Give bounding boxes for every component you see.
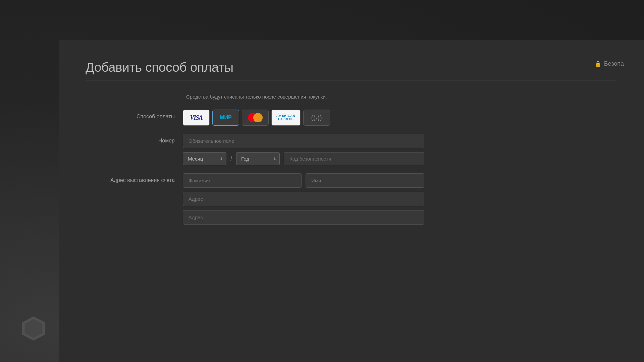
mir-logo: МИР: [220, 115, 232, 121]
billing-label: Адрес выставления счета: [86, 173, 183, 183]
expiry-separator: /: [230, 155, 232, 162]
mir-payment-card[interactable]: МИР: [212, 110, 239, 126]
billing-row: Адрес выставления счета: [86, 173, 617, 229]
billing-controls: [183, 173, 424, 229]
main-panel: 🔒 Безопа Добавить способ оплаты Средства…: [59, 40, 644, 362]
expiry-row: Месяц 010203 040506 070809 101112 ⬍ / Го…: [183, 152, 424, 165]
payment-method-controls: VISA МИР AMERICAN EXPRE: [183, 110, 424, 126]
number-controls: Месяц 010203 040506 070809 101112 ⬍ / Го…: [183, 134, 424, 165]
payment-method-label: Способ оплаты: [86, 110, 183, 120]
visa-payment-card[interactable]: VISA: [183, 110, 210, 126]
number-label: Номер: [86, 134, 183, 144]
visa-logo: VISA: [190, 114, 202, 121]
contactless-icon: ((·)): [311, 114, 322, 122]
year-select[interactable]: Год 202420252026 202720282029 2030: [236, 152, 280, 165]
page-title: Добавить способ оплаты: [86, 60, 617, 75]
secure-badge: 🔒 Безопа: [595, 60, 624, 67]
secure-label: Безопа: [604, 60, 624, 67]
month-select-wrapper: Месяц 010203 040506 070809 101112 ⬍: [183, 152, 226, 165]
mastercard-payment-card[interactable]: [242, 110, 269, 126]
year-select-wrapper: Год 202420252026 202720282029 2030 ⬍: [236, 152, 280, 165]
hex-logo: [20, 315, 47, 342]
card-number-input[interactable]: [183, 134, 424, 148]
first-name-input[interactable]: [306, 173, 424, 188]
hex-svg: [20, 315, 47, 342]
lock-icon: 🔒: [595, 61, 601, 67]
contactless-payment-card[interactable]: ((·)): [303, 110, 330, 126]
address1-input[interactable]: [183, 192, 424, 206]
mc-orange-circle: [253, 113, 263, 122]
amex-logo: AMERICAN EXPRESS: [276, 114, 296, 121]
last-name-input[interactable]: [183, 173, 302, 188]
mastercard-logo: [248, 113, 263, 122]
month-select[interactable]: Месяц 010203 040506 070809 101112: [183, 152, 226, 165]
number-row: Номер Месяц 010203 040506 070809 101112 …: [86, 134, 617, 165]
title-divider: [86, 80, 617, 80]
address2-input[interactable]: [183, 210, 424, 225]
amex-payment-card[interactable]: AMERICAN EXPRESS: [271, 110, 301, 126]
info-text: Средства будут списаны только после сове…: [186, 94, 617, 100]
payment-method-row: Способ оплаты VISA МИР: [86, 110, 617, 126]
security-code-input[interactable]: [284, 152, 424, 165]
payment-methods-group: VISA МИР AMERICAN EXPRE: [183, 110, 424, 126]
name-row: [183, 173, 424, 188]
